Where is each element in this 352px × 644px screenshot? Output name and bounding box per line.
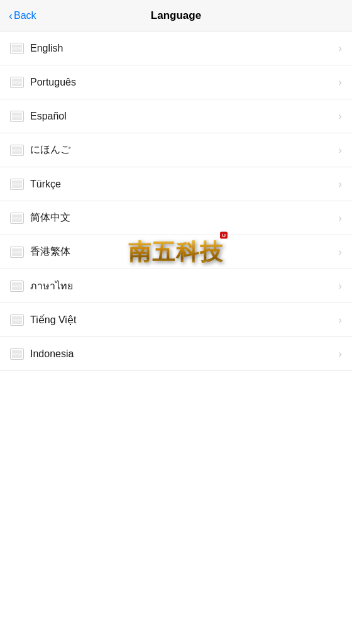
svg-rect-13 — [12, 147, 22, 149]
flag-icon-spanish — [10, 111, 24, 122]
svg-rect-6 — [12, 81, 22, 84]
language-left-turkish: Türkçe — [10, 179, 61, 190]
nav-bar: ‹ Back Language — [0, 0, 352, 31]
svg-rect-1 — [12, 45, 22, 47]
flag-icon-japanese — [10, 145, 24, 156]
language-label-japanese: にほんご — [30, 143, 70, 157]
chevron-right-icon-portuguese: › — [338, 76, 342, 89]
svg-rect-14 — [12, 149, 22, 152]
language-item-hk_traditional[interactable]: 香港繁体 南五科技 U › — [0, 235, 352, 269]
chevron-right-icon-turkish: › — [338, 178, 342, 191]
language-left-spanish: Español — [10, 111, 67, 122]
svg-rect-23 — [12, 219, 22, 222]
flag-icon-hk_traditional — [10, 247, 24, 258]
flag-icon-english — [10, 43, 24, 54]
chevron-right-icon-japanese: › — [338, 144, 342, 157]
language-list: English › Português › — [0, 31, 352, 371]
language-left-hk_traditional: 香港繁体 — [10, 245, 70, 258]
page-title: Language — [151, 9, 201, 22]
language-label-thai: ภาษาไทย — [30, 278, 73, 294]
language-label-english: English — [30, 43, 63, 54]
language-item-spanish[interactable]: Español › — [0, 99, 352, 133]
svg-rect-39 — [12, 355, 22, 358]
language-left-simplified_chinese: 简体中文 — [10, 211, 70, 225]
back-label: Back — [14, 10, 36, 21]
language-label-portuguese: Português — [30, 77, 76, 88]
language-label-indonesian: Indonesia — [30, 348, 74, 360]
chevron-right-icon-indonesian: › — [338, 348, 342, 360]
watermark-text: 南五科技 — [128, 236, 224, 267]
language-label-spanish: Español — [30, 111, 67, 122]
svg-rect-22 — [12, 217, 22, 219]
svg-rect-11 — [12, 118, 22, 120]
svg-rect-19 — [12, 186, 22, 188]
chevron-right-icon-simplified_chinese: › — [338, 212, 342, 225]
chevron-right-icon-english: › — [338, 42, 342, 55]
chevron-right-icon-thai: › — [338, 280, 342, 292]
language-item-portuguese[interactable]: Português › — [0, 65, 352, 99]
language-label-turkish: Türkçe — [30, 179, 61, 190]
language-item-japanese[interactable]: にほんご › — [0, 133, 352, 167]
language-item-simplified_chinese[interactable]: 简体中文 › — [0, 201, 352, 235]
svg-rect-35 — [12, 321, 22, 324]
svg-rect-9 — [12, 113, 22, 115]
flag-icon-vietnamese — [10, 314, 24, 326]
svg-rect-2 — [12, 47, 22, 50]
language-left-thai: ภาษาไทย — [10, 278, 73, 294]
chevron-right-icon-hk_traditional: › — [338, 246, 342, 258]
svg-rect-25 — [12, 248, 22, 251]
svg-rect-33 — [12, 316, 22, 319]
chevron-right-icon-vietnamese: › — [338, 314, 342, 326]
language-item-thai[interactable]: ภาษาไทย › — [0, 269, 352, 303]
svg-rect-15 — [12, 152, 22, 154]
svg-rect-3 — [12, 50, 22, 52]
back-button[interactable]: ‹ Back — [9, 10, 36, 21]
language-left-indonesian: Indonesia — [10, 348, 74, 360]
language-left-english: English — [10, 43, 63, 54]
svg-rect-31 — [12, 287, 22, 290]
svg-rect-18 — [12, 183, 22, 186]
flag-icon-simplified_chinese — [10, 213, 24, 224]
svg-rect-38 — [12, 353, 22, 355]
language-label-hk_traditional: 香港繁体 — [30, 245, 70, 258]
svg-rect-29 — [12, 282, 22, 285]
language-item-indonesian[interactable]: Indonesia › — [0, 337, 352, 371]
svg-rect-7 — [12, 84, 22, 86]
svg-rect-10 — [12, 115, 22, 118]
flag-icon-thai — [10, 280, 24, 292]
flag-icon-portuguese — [10, 77, 24, 88]
svg-rect-30 — [12, 285, 22, 287]
watermark-wrapper: 南五科技 U — [128, 236, 224, 267]
language-left-vietnamese: Tiếng Việt — [10, 314, 76, 326]
language-label-simplified_chinese: 简体中文 — [30, 211, 70, 225]
svg-rect-37 — [12, 350, 22, 353]
svg-rect-21 — [12, 214, 22, 217]
flag-icon-indonesian — [10, 348, 24, 360]
svg-rect-5 — [12, 79, 22, 81]
flag-icon-turkish — [10, 179, 24, 190]
language-item-turkish[interactable]: Türkçe › — [0, 167, 352, 201]
back-chevron-icon: ‹ — [9, 10, 13, 21]
language-item-vietnamese[interactable]: Tiếng Việt › — [0, 303, 352, 337]
svg-rect-27 — [12, 253, 22, 256]
svg-rect-34 — [12, 319, 22, 321]
language-label-vietnamese: Tiếng Việt — [30, 314, 76, 326]
language-left-japanese: にほんご — [10, 143, 70, 157]
chevron-right-icon-spanish: › — [338, 110, 342, 123]
language-left-portuguese: Português — [10, 77, 76, 88]
svg-rect-26 — [12, 251, 22, 253]
svg-rect-17 — [12, 180, 22, 183]
language-item-english[interactable]: English › — [0, 31, 352, 65]
watermark-overlay: 南五科技 U — [128, 236, 224, 267]
